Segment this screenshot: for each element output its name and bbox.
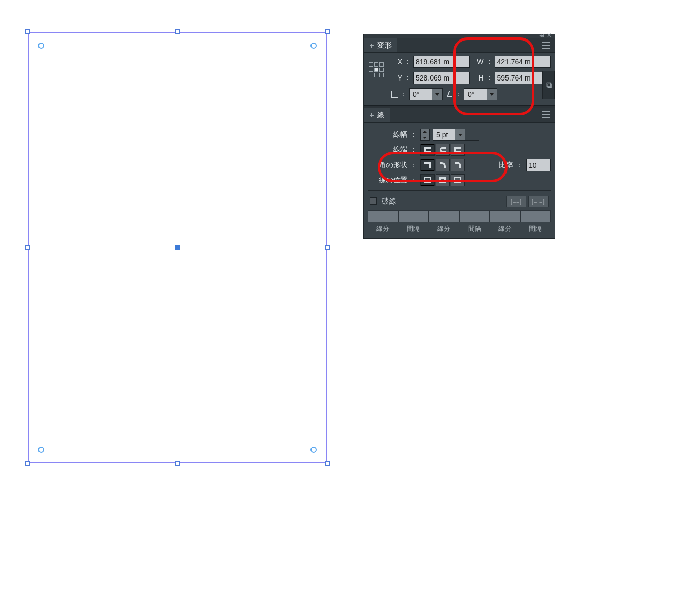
stroke-cap-label: 線端 xyxy=(368,145,407,154)
align-center-icon xyxy=(424,177,431,183)
dash-cell-2[interactable] xyxy=(398,210,429,222)
align-stroke-outside-button[interactable] xyxy=(451,174,465,186)
join-round-button[interactable] xyxy=(436,159,450,171)
tab-stroke-label: 線 xyxy=(377,111,384,120)
align-stroke-center-button[interactable] xyxy=(420,174,435,186)
join-miter-icon xyxy=(424,162,431,168)
tab-transform-label: 変形 xyxy=(377,41,392,50)
resize-handle-bl[interactable] xyxy=(25,461,30,466)
align-inside-icon xyxy=(439,177,446,183)
y-value[interactable]: 528.069 m xyxy=(413,72,470,84)
checkbox-icon[interactable] xyxy=(370,197,377,205)
dash-cell-3[interactable] xyxy=(429,210,459,222)
dash-section: 破線 [‒‒] [‒ ‒] 線分 間隔 線分 間隔 線分 xyxy=(368,190,551,233)
h-label: H xyxy=(473,74,484,82)
shear-field[interactable]: ： 0° xyxy=(448,88,497,100)
property-panel-group: ◂◂ ✕ 変形 X ： 819.681 m W ： xyxy=(363,34,555,239)
align-outside-icon xyxy=(454,177,461,183)
dashed-line-toggle[interactable]: 破線 xyxy=(370,197,396,206)
panel-dock-handle[interactable]: ◂◂ ✕ xyxy=(364,34,555,38)
y-field[interactable]: Y ： 528.069 m xyxy=(391,72,470,84)
resize-handle-tr[interactable] xyxy=(325,29,330,34)
join-miter-button[interactable] xyxy=(420,159,435,171)
colon-text: ： xyxy=(404,57,411,66)
x-field[interactable]: X ： 819.681 m xyxy=(391,56,470,68)
cap-projecting-button[interactable] xyxy=(451,144,465,156)
x-label: X xyxy=(391,58,402,66)
corner-radius-handle-tr[interactable] xyxy=(310,43,317,49)
stroke-width-combo[interactable]: 5 pt xyxy=(433,129,479,141)
resize-handle-ml[interactable] xyxy=(25,245,30,250)
step-down-icon[interactable] xyxy=(421,135,429,141)
dash-exact-icon: [‒‒] xyxy=(511,199,522,205)
w-value[interactable]: 421.764 m xyxy=(495,56,551,68)
rotate-field[interactable]: ： 0° xyxy=(391,88,443,100)
collapse-dock-icon[interactable]: ◂◂ xyxy=(539,33,542,37)
stroke-width-stepper[interactable] xyxy=(420,129,430,141)
dash-label-6: 間隔 xyxy=(520,224,551,233)
resize-handle-bm[interactable] xyxy=(175,461,180,466)
w-label: W xyxy=(473,58,484,66)
dash-pattern-labels: 線分 間隔 線分 間隔 線分 間隔 xyxy=(368,224,551,233)
dash-cell-1[interactable] xyxy=(368,210,398,222)
close-dock-icon[interactable]: ✕ xyxy=(547,33,552,37)
shear-icon xyxy=(447,91,454,97)
step-up-icon[interactable] xyxy=(421,129,429,135)
constrain-proportions-button[interactable]: ⧉ xyxy=(542,71,555,99)
join-bevel-button[interactable] xyxy=(451,159,465,171)
resize-handle-br[interactable] xyxy=(325,461,330,466)
cap-round-icon xyxy=(440,147,446,152)
cap-round-button[interactable] xyxy=(436,144,450,156)
dash-label-4: 間隔 xyxy=(459,224,490,233)
w-field[interactable]: W ： 421.764 m xyxy=(473,56,551,68)
corner-radius-handle-tl[interactable] xyxy=(38,43,44,49)
tab-stroke[interactable]: 線 xyxy=(364,108,390,122)
dash-cell-4[interactable] xyxy=(459,210,490,222)
stroke-panel-tabbar: 線 xyxy=(364,108,555,123)
reference-point-selector[interactable] xyxy=(368,61,385,78)
dash-corners-icon: [‒ ‒] xyxy=(532,199,545,205)
stroke-width-value[interactable]: 5 pt xyxy=(433,129,455,140)
dash-label-3: 線分 xyxy=(429,224,459,233)
stroke-align-label: 線の位置 xyxy=(368,176,407,185)
join-bevel-icon xyxy=(455,162,461,168)
h-field[interactable]: H ： 595.764 m xyxy=(473,72,551,84)
dash-cell-6[interactable] xyxy=(520,210,551,222)
rotate-combo[interactable]: 0° xyxy=(409,88,443,100)
dash-align-corners-button[interactable]: [‒ ‒] xyxy=(528,196,549,207)
miter-limit-label: 比率 xyxy=(499,161,513,170)
corner-radius-handle-bl[interactable] xyxy=(38,447,44,453)
shear-combo[interactable]: 0° xyxy=(464,88,497,100)
transform-panel-tabbar: 変形 xyxy=(364,38,555,53)
tab-transform[interactable]: 変形 xyxy=(364,38,397,52)
dashed-line-label: 破線 xyxy=(382,197,396,205)
rotate-icon xyxy=(391,91,398,98)
miter-limit-value[interactable]: 10 xyxy=(526,159,551,171)
y-label: Y xyxy=(391,74,402,82)
dash-align-exact-button[interactable]: [‒‒] xyxy=(506,196,526,207)
canvas-selection[interactable] xyxy=(28,32,327,463)
transform-panel-menu-button[interactable] xyxy=(542,42,552,49)
resize-handle-tl[interactable] xyxy=(25,29,30,34)
stroke-panel-menu-button[interactable] xyxy=(542,111,552,118)
dash-cell-5[interactable] xyxy=(490,210,520,222)
shear-value[interactable]: 0° xyxy=(464,89,487,100)
dropdown-arrow-icon[interactable] xyxy=(432,89,442,100)
expand-toggle-icon[interactable] xyxy=(369,112,375,118)
transform-panel-body: X ： 819.681 m W ： 421.764 m Y ： 528.069 … xyxy=(364,53,555,105)
corner-radius-handle-br[interactable] xyxy=(310,447,317,453)
cap-butt-button[interactable] xyxy=(420,144,435,156)
resize-handle-mr[interactable] xyxy=(325,245,330,250)
dropdown-arrow-icon[interactable] xyxy=(487,89,497,100)
colon-text: ： xyxy=(486,57,493,66)
selection-center-indicator xyxy=(175,245,180,250)
stroke-align-row: 線の位置 ： xyxy=(368,174,551,186)
align-stroke-inside-button[interactable] xyxy=(436,174,450,186)
rotate-value[interactable]: 0° xyxy=(410,89,432,100)
dropdown-arrow-icon[interactable] xyxy=(455,129,465,140)
resize-handle-tm[interactable] xyxy=(175,29,180,34)
x-value[interactable]: 819.681 m xyxy=(413,56,470,68)
dash-pattern-inputs xyxy=(368,210,551,222)
expand-toggle-icon[interactable] xyxy=(369,43,375,49)
dash-label-1: 線分 xyxy=(368,224,398,233)
